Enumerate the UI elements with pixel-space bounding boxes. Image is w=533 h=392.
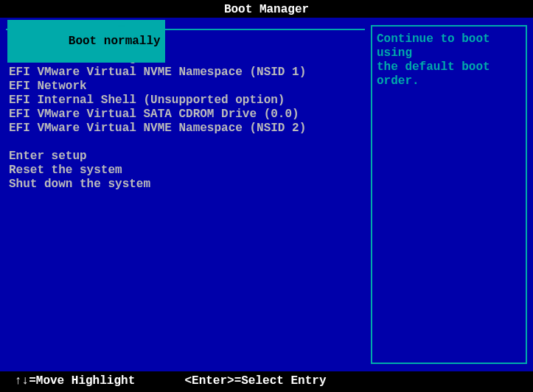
menu-item[interactable]: EFI Internal Shell (Unsupported option) <box>9 94 362 108</box>
selected-menu-item[interactable]: Boot normally <box>7 20 165 63</box>
menu-panel: Boot normally ─ Windows Boot Manager EFI… <box>6 29 365 370</box>
footer-hints: ↑↓=Move Highlight <Enter>=Select Entry <box>0 371 533 392</box>
menu-item[interactable]: EFI VMware Virtual SATA CDROM Drive (0.0… <box>9 108 362 122</box>
system-options-list: Enter setup Reset the system Shut down t… <box>9 150 362 192</box>
main-panel: Boot normally ─ Windows Boot Manager EFI… <box>0 18 533 371</box>
menu-item[interactable]: EFI Network <box>9 80 362 94</box>
menu-item[interactable]: EFI VMware Virtual NVME Namespace (NSID … <box>9 66 362 80</box>
help-text: the default boot order. <box>377 60 521 88</box>
help-text: Continue to boot using <box>377 32 521 60</box>
legend-dash: ─ <box>118 20 125 33</box>
hint-move: ↑↓=Move Highlight <box>15 374 135 388</box>
help-panel: Continue to boot using the default boot … <box>371 25 527 364</box>
spacer <box>9 136 362 150</box>
menu-item-enter-setup[interactable]: Enter setup <box>9 150 362 164</box>
menu-item-reset[interactable]: Reset the system <box>9 164 362 178</box>
boot-options-list: Windows Boot Manager EFI VMware Virtual … <box>9 52 362 136</box>
hint-select: <Enter>=Select Entry <box>184 374 326 388</box>
menu-item[interactable]: EFI VMware Virtual NVME Namespace (NSID … <box>9 122 362 136</box>
menu-item-shutdown[interactable]: Shut down the system <box>9 178 362 192</box>
selected-menu-label: Boot normally <box>69 35 161 48</box>
page-title: Boot Manager <box>0 0 533 18</box>
